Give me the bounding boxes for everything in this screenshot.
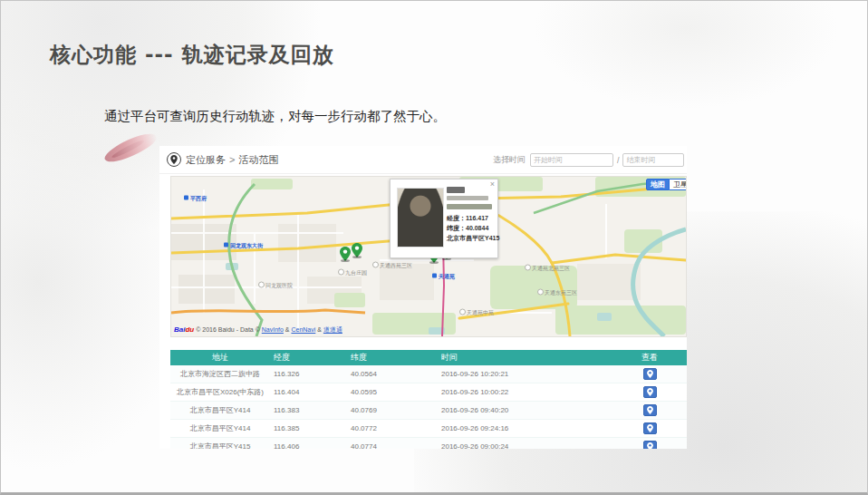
slide-subtitle: 通过平台可查询历史行动轨迹，对每一步行动都了然于心。 xyxy=(104,108,446,125)
popup-info: 经度：116.417 纬度：40.0844 北京市昌平区Y415 xyxy=(447,187,496,243)
time-separator: / xyxy=(617,156,620,165)
cell-time: 2016-09-26 10:20:21 xyxy=(438,370,614,378)
track-pin-icon[interactable] xyxy=(352,243,362,257)
cell-time: 2016-09-26 09:00:24 xyxy=(438,442,614,449)
map-attribution: Baidu © 2016 Baidu - Data © NavInfo & Ce… xyxy=(174,325,342,335)
map-label: 平西府 xyxy=(184,195,207,203)
map-copyright: © 2016 Baidu - Data © xyxy=(196,326,262,333)
map-label: 天通苑中苑 xyxy=(459,309,494,317)
satellite-mode-button[interactable]: 卫星 xyxy=(670,179,687,190)
cell-view xyxy=(614,404,685,416)
redacted-detail xyxy=(447,196,488,200)
map-type-toggle: 地图 卫星 xyxy=(646,179,687,190)
cell-latitude: 40.0564 xyxy=(347,370,438,378)
cell-latitude: 40.0772 xyxy=(347,424,438,432)
cell-view xyxy=(614,386,685,398)
cell-time: 2016-09-26 09:24:16 xyxy=(438,424,614,432)
cell-longitude: 116.383 xyxy=(270,406,347,414)
header-address: 地址 xyxy=(170,352,270,364)
view-on-map-button[interactable] xyxy=(643,441,657,449)
cell-address: 北京市昌平区Y414 xyxy=(170,405,270,415)
feather-decoration xyxy=(101,128,159,168)
baidu-logo: Baidu xyxy=(174,325,194,334)
cell-latitude: 40.0769 xyxy=(347,406,438,414)
attribution-link-cennavi[interactable]: CenNavi xyxy=(291,326,315,333)
popup-latitude: 纬度：40.0844 xyxy=(447,223,496,233)
table-row[interactable]: 北京市昌平区Y415 116.406 40.0774 2016-09-26 09… xyxy=(170,438,687,449)
popup-address: 北京市昌平区Y415 xyxy=(447,233,496,243)
cell-latitude: 40.0774 xyxy=(347,442,438,449)
time-filter: 选择时间 / / xyxy=(493,153,687,167)
cell-longitude: 116.406 xyxy=(270,442,347,449)
table-row[interactable]: 北京市海淀区西二旗中路 116.326 40.0564 2016-09-26 1… xyxy=(170,365,687,383)
time-filter-label: 选择时间 xyxy=(493,154,526,166)
map-label: 九台庄园 xyxy=(338,269,367,277)
slide-title: 核心功能 --- 轨迹记录及回放 xyxy=(50,41,334,69)
header-longitude: 经度 xyxy=(270,352,347,364)
location-pin-icon xyxy=(167,152,181,167)
cell-time: 2016-09-26 09:40:20 xyxy=(438,406,614,414)
start-time-input[interactable] xyxy=(530,153,613,167)
map-mode-button[interactable]: 地图 xyxy=(646,179,670,190)
person-photo xyxy=(397,188,444,248)
table-row[interactable]: 北京市昌平区Y414 116.385 40.0772 2016-09-26 09… xyxy=(170,420,687,438)
cell-longitude: 116.326 xyxy=(270,370,347,378)
view-on-map-button[interactable] xyxy=(643,422,657,434)
map-label: 天通西苑三区 xyxy=(372,262,412,270)
map-label: 回龙观医院 xyxy=(258,282,293,290)
table-row[interactable]: 北京市昌平区Y414 116.383 40.0769 2016-09-26 09… xyxy=(170,402,687,420)
view-on-map-button[interactable] xyxy=(643,404,657,416)
table-header-row: 地址 经度 纬度 时间 查看 xyxy=(170,350,687,365)
attribution-link-navinfo[interactable]: NavInfo xyxy=(262,326,284,333)
breadcrumb-page: 活动范围 xyxy=(238,153,278,167)
breadcrumb: 定位服务 > 活动范围 xyxy=(167,152,278,167)
attribution-amp: & xyxy=(315,326,323,333)
header-latitude: 纬度 xyxy=(347,352,438,364)
app-screenshot: 定位服务 > 活动范围 选择时间 / / xyxy=(159,146,687,449)
presentation-slide: 核心功能 --- 轨迹记录及回放 通过平台可查询历史行动轨迹，对每一步行动都了然… xyxy=(0,0,868,495)
map-canvas[interactable]: 平西府回龙观东大街天通苑九台庄园天通西苑三区天通苑北苑三区天通东苑三区回龙观医院… xyxy=(170,176,687,337)
table-row[interactable]: 北京市昌平区X026(中东路) 116.404 40.0595 2016-09-… xyxy=(170,383,687,402)
cell-address: 北京市昌平区Y415 xyxy=(170,442,270,449)
map-label: 天通东苑三区 xyxy=(537,289,577,297)
cell-view xyxy=(614,368,685,380)
breadcrumb-separator: > xyxy=(229,154,235,165)
watercolor-wash-top-right xyxy=(532,0,840,110)
header-time: 时间 xyxy=(438,352,614,364)
cell-view xyxy=(614,441,685,449)
redacted-name xyxy=(447,187,465,193)
cell-latitude: 40.0595 xyxy=(347,388,438,396)
cell-view xyxy=(614,422,685,434)
end-time-input[interactable] xyxy=(622,153,684,167)
cell-longitude: 116.404 xyxy=(270,388,347,396)
map-label: 天通苑 xyxy=(432,273,455,281)
breadcrumb-section[interactable]: 定位服务 xyxy=(186,153,226,167)
app-header: 定位服务 > 活动范围 选择时间 / / xyxy=(159,146,687,174)
view-on-map-button[interactable] xyxy=(643,386,657,398)
cell-time: 2016-09-26 10:00:22 xyxy=(438,388,614,396)
redacted-number xyxy=(447,204,492,209)
cell-address: 北京市昌平区X026(中东路) xyxy=(170,387,270,397)
map-label: 回龙观东大街 xyxy=(224,242,263,250)
header-view: 查看 xyxy=(614,352,685,364)
cell-longitude: 116.385 xyxy=(270,424,347,432)
attribution-link-daodaotong[interactable]: 道道通 xyxy=(323,326,342,333)
table-body: 北京市海淀区西二旗中路 116.326 40.0564 2016-09-26 1… xyxy=(170,365,687,449)
view-on-map-button[interactable] xyxy=(643,368,657,380)
map-label: 天通苑北苑三区 xyxy=(525,265,570,273)
cell-address: 北京市海淀区西二旗中路 xyxy=(170,369,270,379)
map-info-popup: × 经度：116.417 纬度：40.0844 北京市昌平区Y415 xyxy=(390,179,498,258)
track-results-table: 地址 经度 纬度 时间 查看 北京市海淀区西二旗中路 116.326 40.05… xyxy=(170,350,687,449)
popup-longitude: 经度：116.417 xyxy=(447,213,496,223)
track-pin-icon[interactable] xyxy=(340,247,351,261)
cell-address: 北京市昌平区Y414 xyxy=(170,423,270,433)
